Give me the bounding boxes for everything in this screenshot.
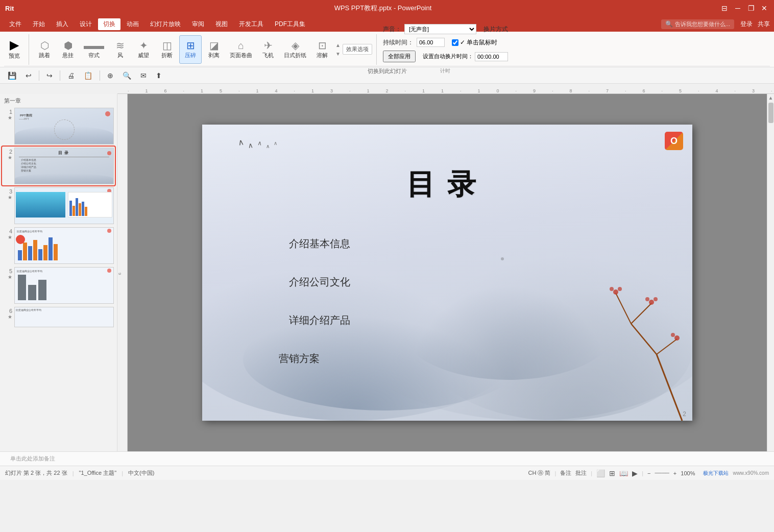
toc-item-1: 介绍基本信息 <box>289 237 350 251</box>
notes-btn[interactable]: 备注 <box>560 469 571 477</box>
zoom-in-btn[interactable]: + <box>673 470 676 476</box>
menu-transition[interactable]: 切换 <box>98 18 120 30</box>
scroll-thumb[interactable] <box>768 103 773 123</box>
menu-review[interactable]: 审阅 <box>187 18 209 30</box>
menu-insert[interactable]: 插入 <box>51 18 74 30</box>
search-box[interactable]: 🔍 告诉我您想要做什么... <box>661 19 734 29</box>
duration-input[interactable] <box>417 38 445 47</box>
s5-title: 比亚迪商业公司年平均 <box>17 270 42 273</box>
duration-label: 持续时间： <box>383 38 414 47</box>
canvas-area[interactable]: ∧ ∧ ∧ ∧ ∧ O 目录 介绍基本信息 介绍公司文化 详细介绍产品 营销方案 <box>128 94 767 451</box>
ribbon-scroll-up[interactable]: ▲ <box>334 41 342 49</box>
trans-page-curl-icon: ⌂ <box>238 40 244 52</box>
preview-icon: ▶ <box>10 39 19 51</box>
menu-start[interactable]: 开始 <box>28 18 50 30</box>
sound-select[interactable]: [无声音] <box>404 24 476 34</box>
right-scrollbar[interactable]: ▲ <box>767 94 774 451</box>
notes-bar[interactable]: 单击此处添加备注 <box>0 451 774 466</box>
menu-animation[interactable]: 动画 <box>122 18 144 30</box>
s5-chart <box>17 275 111 301</box>
ribbon-scroll-down[interactable]: ▼ <box>334 50 342 58</box>
trans-jump-icon: ⬡ <box>40 39 49 52</box>
trans-dissolve-icon: ⊡ <box>318 39 327 52</box>
menu-pdf[interactable]: PDF工具集 <box>270 18 310 30</box>
ribbon-section-label: 切换到此幻灯片 <box>4 66 770 75</box>
toc-item-3: 详细介绍产品 <box>289 313 350 327</box>
switch-mode-label: 换片方式 <box>483 25 508 34</box>
onclick-checkbox[interactable] <box>452 39 458 46</box>
wps-logo: Rit <box>5 5 14 12</box>
normal-view-btn[interactable]: ⬜ <box>596 469 605 477</box>
trans-hang[interactable]: ⬢ 悬挂 <box>57 35 79 64</box>
slide-item-2[interactable]: 2 ★ 目录 介绍基本信息 介绍公司文化 详细介绍产品 营销方案 <box>2 147 115 185</box>
separator-1 <box>29 34 29 65</box>
trans-prestige-icon: ✦ <box>139 39 148 52</box>
trans-wind[interactable]: ≋ 风 <box>109 35 131 64</box>
slide-thumb-6: 比亚迪商业公司年平均 <box>14 307 114 327</box>
slide-item-6[interactable]: 6 ★ 比亚迪商业公司年平均 <box>2 306 115 328</box>
slide-canvas[interactable]: ∧ ∧ ∧ ∧ ∧ O 目录 介绍基本信息 介绍公司文化 详细介绍产品 营销方案 <box>202 125 692 421</box>
slide-item-3[interactable]: 3 ★ · <box>2 186 115 225</box>
zoom-slider[interactable]: ──── <box>655 470 669 476</box>
slide-num-1: 1 <box>4 108 12 115</box>
svg-point-8 <box>649 300 654 305</box>
minimize-btn[interactable]: ─ <box>733 4 742 13</box>
s4-logo <box>107 229 111 233</box>
close-btn[interactable]: ✕ <box>760 4 769 13</box>
trans-crush[interactable]: ⊞ 压碎 <box>179 35 202 64</box>
duration-row: 持续时间： ✓ 单击鼠标时 <box>383 38 508 47</box>
effect-options-btn[interactable]: 效果选项 <box>343 44 372 55</box>
ribbon-scroll[interactable]: ▲ ▼ <box>334 41 342 58</box>
menu-view[interactable]: 视图 <box>210 18 233 30</box>
ruler-numbers: ·16·15·14·13·12·11·10·9·8·7·6·5·4·3·2·1·… <box>128 88 774 93</box>
svg-line-0 <box>657 354 682 421</box>
office-logo: O <box>665 132 683 150</box>
ribbon: ▶ 预览 ⬡ 跳着 ⬢ 悬挂 ▬▬ 帘式 ≋ <box>0 32 774 67</box>
toc-item-2: 介绍公司文化 <box>289 275 350 289</box>
menu-slideshow[interactable]: 幻灯片放映 <box>145 18 186 30</box>
login-btn[interactable]: 登录 <box>740 20 753 29</box>
trans-origami[interactable]: ◈ 日式折纸 <box>280 35 310 64</box>
preview-btn[interactable]: ▶ 预览 <box>4 35 25 64</box>
slide-thumb-5: 比亚迪商业公司年平均 <box>14 267 114 304</box>
chapter-1-label: 第一章 <box>2 96 115 106</box>
trans-peel[interactable]: ◪ 剥离 <box>203 35 225 64</box>
zoom-out-btn[interactable]: − <box>647 470 650 476</box>
slide-item-4[interactable]: 4 ★ 比亚迪商业公司年平均 <box>2 226 115 265</box>
slide-page-num: 2 <box>683 410 686 418</box>
status-sep-2: | <box>122 470 123 476</box>
slide-thumb-4: 比亚迪商业公司年平均 <box>14 227 114 264</box>
share-btn[interactable]: 共享 <box>758 20 770 29</box>
slide-num-3: 3 <box>4 187 12 195</box>
title-bar: Rit WPS PPT教程.pptx - PowerPoint ⊟ ─ ❐ ✕ <box>0 0 774 16</box>
auto-time-input[interactable] <box>475 52 508 61</box>
menu-file[interactable]: 文件 <box>4 18 27 30</box>
restore-btn[interactable]: ⊟ <box>720 4 729 13</box>
trans-airplane[interactable]: ✈ 飞机 <box>257 35 279 64</box>
menu-design[interactable]: 设计 <box>75 18 97 30</box>
maximize-btn[interactable]: ❐ <box>746 4 756 13</box>
trans-fold[interactable]: ◫ 折断 <box>156 35 178 64</box>
trans-prestige[interactable]: ✦ 威望 <box>132 35 155 64</box>
slide-num-5: 5 <box>4 267 12 274</box>
slide-item-5[interactable]: 5 ★ 比亚迪商业公司年平均 <box>2 266 115 305</box>
slide-item-1[interactable]: 1 ★ PPT教程 ——PPT <box>2 107 115 146</box>
s2-toc-3: 详细介绍产品 <box>19 165 109 168</box>
comments-btn[interactable]: 批注 <box>575 469 587 477</box>
trans-page-curl[interactable]: ⌂ 页面卷曲 <box>226 35 256 64</box>
slide-star-3: ★ <box>8 195 12 200</box>
s2-line-1 <box>19 157 109 157</box>
s3-chart <box>68 192 112 217</box>
reading-view-btn[interactable]: 📖 <box>619 469 628 477</box>
bird-1: ∧ <box>237 137 245 150</box>
toc-item-4: 营销方案 <box>279 352 320 366</box>
trans-jump[interactable]: ⬡ 跳着 <box>33 35 56 64</box>
scroll-up-arrow[interactable]: ▲ <box>768 95 773 101</box>
language-info: 中文(中国) <box>128 469 154 477</box>
menu-devtools[interactable]: 开发工具 <box>234 18 269 30</box>
slideshow-btn[interactable]: ▶ <box>632 469 638 477</box>
trans-curtain[interactable]: ▬▬ 帘式 <box>80 35 108 64</box>
trans-dissolve[interactable]: ⊡ 溶解 <box>311 35 333 64</box>
slide-sorter-btn[interactable]: ⊞ <box>609 469 615 477</box>
apply-all-btn[interactable]: 全部应用 <box>383 51 416 62</box>
